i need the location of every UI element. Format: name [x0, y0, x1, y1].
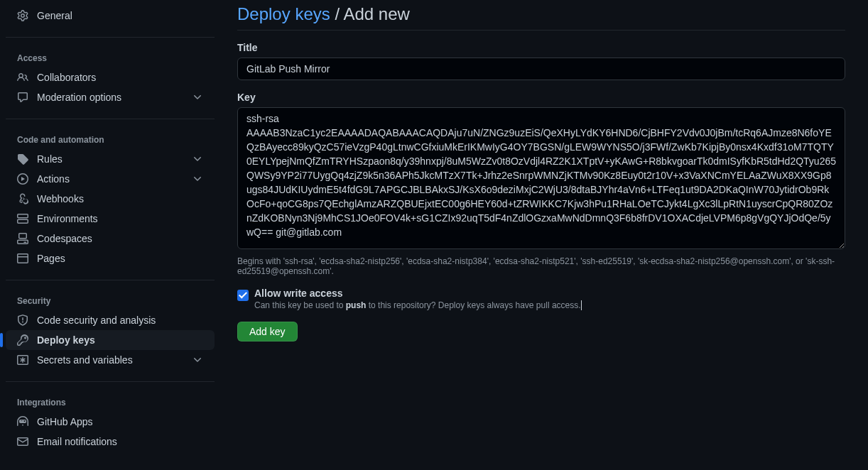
sidebar-item-email-notifications[interactable]: Email notifications — [6, 432, 215, 452]
breadcrumb-separator: / — [330, 4, 344, 23]
breadcrumb-current: Add new — [343, 4, 409, 23]
sidebar-item-codespaces[interactable]: Codespaces — [6, 229, 215, 248]
sidebar-item-secrets[interactable]: Secrets and variables — [6, 350, 215, 370]
sidebar-heading-integrations: Integrations — [6, 393, 215, 412]
people-icon — [17, 72, 28, 83]
chevron-down-icon — [192, 354, 203, 366]
sidebar-item-pages[interactable]: Pages — [6, 248, 215, 268]
sidebar-item-general[interactable]: General — [6, 6, 215, 26]
sidebar-item-github-apps[interactable]: GitHub Apps — [6, 412, 215, 432]
key-hint: Begins with 'ssh-rsa', 'ecdsa-sha2-nistp… — [237, 256, 845, 276]
allow-write-label: Allow write access — [254, 288, 582, 299]
divider — [6, 381, 215, 382]
codespaces-icon — [17, 233, 28, 244]
sidebar-item-actions[interactable]: Actions — [6, 169, 215, 189]
sidebar-heading-access: Access — [6, 49, 215, 67]
divider — [6, 280, 215, 280]
main-content: Deploy keys / Add new Title Key Begins w… — [220, 0, 868, 470]
page-header: Deploy keys / Add new — [237, 4, 845, 31]
comment-icon — [17, 92, 28, 103]
hubot-icon — [17, 416, 28, 427]
add-key-button[interactable]: Add key — [237, 322, 298, 341]
asterisk-icon — [17, 354, 28, 366]
sidebar-item-environments[interactable]: Environments — [6, 209, 215, 229]
chevron-down-icon — [192, 153, 203, 165]
key-textarea[interactable] — [237, 107, 845, 249]
title-input[interactable] — [237, 58, 845, 80]
sidebar-item-moderation[interactable]: Moderation options — [6, 87, 215, 107]
chevron-down-icon — [192, 173, 203, 185]
mail-icon — [17, 436, 28, 447]
settings-sidebar: General Access Collaborators Moderation … — [0, 0, 220, 470]
allow-write-checkbox[interactable] — [237, 290, 249, 301]
title-label: Title — [237, 42, 845, 53]
divider — [6, 119, 215, 119]
browser-icon — [17, 253, 28, 264]
rules-icon — [17, 153, 28, 165]
allow-write-description: Can this key be used to push to this rep… — [254, 300, 582, 310]
sidebar-item-code-security[interactable]: Code security and analysis — [6, 310, 215, 330]
breadcrumb-link[interactable]: Deploy keys — [237, 4, 330, 23]
gear-icon — [17, 10, 28, 21]
sidebar-heading-security: Security — [6, 292, 215, 310]
webhook-icon — [17, 193, 28, 204]
key-icon — [17, 334, 28, 346]
play-icon — [17, 173, 28, 185]
sidebar-item-deploy-keys[interactable]: Deploy keys — [6, 330, 215, 350]
chevron-down-icon — [192, 92, 203, 103]
sidebar-item-webhooks[interactable]: Webhooks — [6, 189, 215, 209]
server-icon — [17, 213, 28, 224]
key-label: Key — [237, 92, 845, 103]
sidebar-item-rules[interactable]: Rules — [6, 149, 215, 169]
shield-icon — [17, 315, 28, 326]
sidebar-item-collaborators[interactable]: Collaborators — [6, 67, 215, 87]
sidebar-heading-code: Code and automation — [6, 131, 215, 149]
divider — [6, 37, 215, 38]
